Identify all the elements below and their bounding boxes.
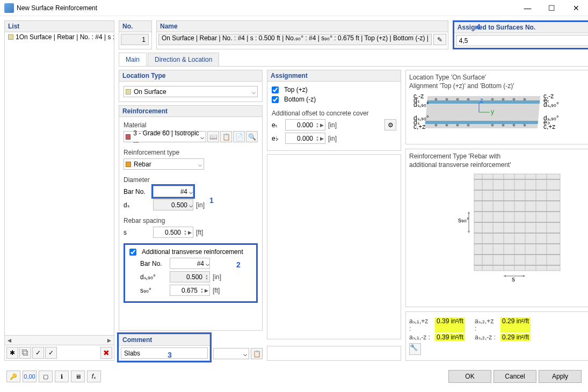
svg-text:z: z — [480, 97, 483, 104]
surface-icon — [8, 34, 13, 40]
check-button-1[interactable]: ✓ — [32, 347, 44, 359]
diagram-title-2: Alignment 'Top (+z)' and 'Bottom (-z)' — [409, 82, 588, 90]
new-item-button[interactable]: ✱ — [6, 347, 18, 359]
view-button[interactable]: ▢ — [39, 371, 53, 382]
app-icon — [4, 3, 14, 13]
unit-label: [ft] — [213, 287, 220, 294]
svg-point-17 — [513, 124, 516, 127]
apply-button[interactable]: Apply — [539, 370, 582, 383]
assignment-header: Assignment — [267, 70, 401, 82]
footer: 🔑 0,00 ▢ ℹ 🖥 fₓ OK Cancel Apply — [0, 365, 588, 387]
svg-point-10 — [524, 98, 526, 101]
material-lookup-button[interactable]: 🔍 — [246, 131, 258, 142]
top-checkbox[interactable] — [272, 86, 279, 93]
tab-main[interactable]: Main — [119, 53, 147, 66]
comment-select[interactable]: ⌵ — [213, 348, 249, 359]
transverse-label: Additional transverse reinforcement — [142, 248, 243, 256]
assigned-surfaces-input[interactable] — [456, 35, 588, 46]
et-label: eₜ — [272, 121, 282, 129]
transverse-barno-select[interactable]: ⌵ — [170, 258, 210, 269]
unit-label: [in] — [213, 273, 221, 281]
maximize-button[interactable]: ☐ — [540, 0, 564, 16]
diagram-title-4: additional transverse reinforcement' — [409, 161, 588, 169]
result-label: aₛ,₂,-z : — [475, 333, 497, 341]
results-panel: aₛ,₁,+z :0.39 in²/ft aₛ,₂,+z :0.29 in²/f… — [405, 311, 588, 361]
material-icon — [126, 134, 130, 140]
comment-input[interactable] — [121, 347, 208, 359]
on-surface-icon — [126, 89, 131, 95]
svg-rect-1 — [427, 100, 540, 104]
chevron-down-icon: ⌵ — [198, 161, 202, 168]
annotation-3: 3 — [168, 351, 172, 359]
svg-text:s₉₀°: s₉₀° — [458, 216, 469, 224]
material-add-button[interactable]: 📋 — [220, 131, 232, 142]
material-library-button[interactable]: 📖 — [207, 131, 219, 142]
transverse-checkbox[interactable] — [129, 249, 136, 256]
units-button[interactable]: 0,00 — [23, 371, 37, 382]
comment-header: Comment — [119, 335, 209, 346]
tab-direction-location[interactable]: Direction & Location — [148, 53, 219, 66]
empty-mid-panel — [267, 154, 401, 339]
material-select[interactable]: 3 - Grade 60 | Isotropic ... ⌵ — [124, 131, 206, 142]
transverse-s-input[interactable]: ▲▼ ▶ — [170, 285, 210, 296]
display-button[interactable]: 🖥 — [71, 371, 85, 382]
unit-label: [ft] — [196, 229, 203, 236]
eb-input[interactable]: ▲▼ ▶ — [285, 133, 325, 144]
number-input[interactable] — [121, 34, 149, 45]
name-input[interactable]: On Surface | Rebar | No. : #4 | s : 0.50… — [158, 34, 432, 45]
transverse-ds-input: ▲▼ — [170, 271, 210, 282]
results-info-button[interactable]: 🔧 — [409, 343, 421, 355]
svg-point-18 — [524, 124, 526, 127]
result-label: aₛ,₁,+z : — [409, 317, 432, 332]
delete-button[interactable]: ✖ — [100, 347, 112, 359]
svg-point-3 — [435, 98, 438, 101]
cancel-button[interactable]: Cancel — [493, 370, 536, 383]
minimize-button[interactable]: — — [516, 0, 540, 16]
svg-point-9 — [513, 98, 516, 101]
ds-input: ⌵ — [153, 199, 193, 210]
offset-settings-button[interactable]: ⚙ — [384, 119, 396, 130]
s-label: s — [124, 229, 150, 236]
location-type-header: Location Type — [119, 70, 262, 82]
top-label: Top (+z) — [284, 86, 308, 93]
bottom-checkbox[interactable] — [272, 96, 279, 103]
list-item[interactable]: 1 On Surface | Rebar | No. : #4 | s : 0.… — [5, 32, 114, 42]
reinforcement-type-label: Reinforcement type — [124, 149, 258, 156]
titlebar: New Surface Reinforcement — ☐ ✕ — [0, 0, 588, 16]
formula-button[interactable]: fₓ — [87, 371, 101, 382]
check-button-2[interactable]: ✓ — [45, 347, 57, 359]
assigned-field-group: Assigned to Surfaces No. ↖ — [453, 20, 588, 49]
horizontal-scrollbar[interactable]: ◄► — [5, 335, 114, 345]
help-button[interactable]: 🔑 — [6, 371, 20, 382]
result-value: 0.39 in²/ft — [435, 333, 465, 341]
reinforcement-panel: Reinforcement Material 3 - Grade 60 | Is… — [119, 105, 263, 331]
location-type-select[interactable]: On Surface ⌵ — [124, 86, 258, 97]
result-value: 0.29 in²/ft — [500, 317, 531, 332]
bar-no-select[interactable]: ⌵ — [153, 186, 193, 197]
annotation-1: 1 — [209, 196, 214, 205]
bar-no-label: Bar No. — [124, 188, 150, 195]
result-value: 0.29 in²/ft — [500, 333, 531, 341]
copy-item-button[interactable]: ⿻ — [19, 347, 31, 359]
close-button[interactable]: ✕ — [564, 0, 588, 16]
reinforcement-header: Reinforcement — [119, 106, 262, 117]
name-label: Name — [157, 21, 448, 32]
chevron-down-icon: ⌵ — [189, 201, 193, 209]
edit-name-button[interactable]: ✎ — [433, 34, 446, 45]
unit-label: [in] — [328, 121, 337, 129]
assigned-label: Assigned to Surfaces No. — [454, 22, 588, 33]
result-value: 0.39 in²/ft — [435, 317, 465, 332]
reinforcement-type-select[interactable]: Rebar ⌵ — [124, 158, 204, 170]
diagram-title-1: Location Type 'On Surface' — [409, 74, 588, 81]
info-button[interactable]: ℹ — [55, 371, 69, 382]
svg-text:dₛ,₉₀°: dₛ,₉₀° — [543, 101, 559, 108]
ok-button[interactable]: OK — [448, 370, 491, 383]
transverse-barno-label: Bar No. — [140, 260, 167, 267]
comment-catalog-button[interactable]: 📋 — [251, 348, 263, 359]
material-new-button[interactable]: 📄 — [233, 131, 245, 142]
s-input[interactable]: ▲▼ ▶ — [153, 227, 193, 238]
svg-text:c,+z: c,+z — [413, 123, 425, 130]
et-input[interactable]: ▲▼ ▶ — [285, 119, 325, 130]
svg-text:dₛ,₉₀°: dₛ,₉₀° — [413, 101, 429, 108]
svg-rect-2 — [425, 121, 539, 124]
